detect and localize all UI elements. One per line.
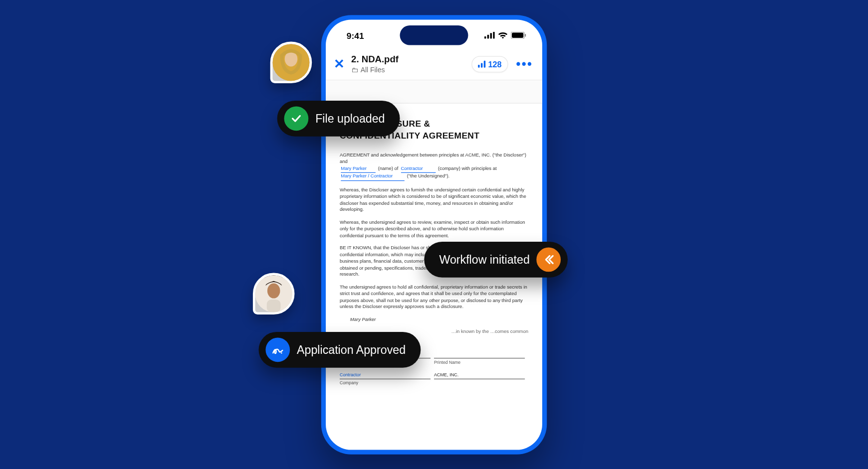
doc-intro: AGREEMENT and acknowledgement between pr… [340, 152, 528, 181]
dynamic-island [400, 25, 468, 45]
avatar-user-2 [253, 273, 295, 314]
svg-rect-1 [487, 34, 489, 38]
breadcrumb[interactable]: 🗀 All Files [351, 66, 464, 74]
wifi-icon [498, 31, 508, 38]
callout-workflow-initiated-label: Workflow initiated [439, 253, 529, 266]
callout-file-uploaded: File uploaded [277, 100, 400, 136]
cellular-signal-icon [484, 31, 495, 38]
doc-para-4: The undersigned agrees to hold all confi… [340, 284, 528, 310]
close-icon[interactable]: ✕ [334, 58, 344, 71]
more-options-icon[interactable]: ••• [515, 56, 534, 71]
battery-icon [511, 31, 526, 38]
sig-right-company: ACME, INC. [434, 372, 525, 379]
file-title: 2. NDA.pdf [351, 54, 464, 65]
breadcrumb-label: All Files [361, 66, 385, 74]
sig-left-company[interactable]: Contractor [340, 372, 431, 379]
phone-frame: 9:41 ✕ 2. NDA.pdf [321, 15, 547, 455]
workflow-chevrons-icon [537, 247, 561, 272]
svg-rect-6 [525, 33, 526, 36]
svg-point-12 [281, 352, 282, 353]
callout-application-approved-label: Application Approved [297, 343, 406, 356]
svg-rect-11 [267, 299, 281, 312]
avatar-user-1 [270, 41, 312, 83]
callout-workflow-initiated: Workflow initiated [424, 241, 568, 277]
svg-rect-5 [512, 32, 523, 37]
app-header: ✕ 2. NDA.pdf 🗀 All Files 128 ••• [326, 51, 542, 80]
bar-chart-icon [478, 60, 485, 67]
stats-count: 128 [488, 59, 501, 69]
stats-button[interactable]: 128 [471, 56, 508, 72]
check-circle-icon [284, 106, 309, 131]
callout-application-approved: Application Approved [259, 331, 421, 367]
toolbar-placeholder [326, 80, 542, 103]
callout-file-uploaded-label: File uploaded [315, 112, 385, 125]
svg-rect-2 [490, 33, 492, 39]
sig-printed-name-label-right: Printed Name [434, 357, 525, 365]
svg-rect-0 [484, 36, 486, 39]
doc-para-1: Whereas, the Discloser agrees to furnish… [340, 186, 528, 213]
folder-icon: 🗀 [351, 66, 358, 73]
status-time: 9:41 [347, 30, 364, 40]
field-company[interactable]: Contractor [401, 165, 435, 173]
doc-cursive-name: Mary Parker [340, 316, 528, 322]
sig-company-label: Company [340, 378, 431, 386]
svg-rect-3 [493, 31, 494, 38]
signature-icon [265, 337, 290, 362]
field-name[interactable]: Mary Parker [341, 165, 376, 173]
phone-screen: 9:41 ✕ 2. NDA.pdf [326, 19, 542, 450]
doc-para-2: Whereas, the undersigned agrees to revie… [340, 219, 528, 239]
field-undersigned[interactable]: Mary Parker / Contractor [341, 173, 405, 181]
